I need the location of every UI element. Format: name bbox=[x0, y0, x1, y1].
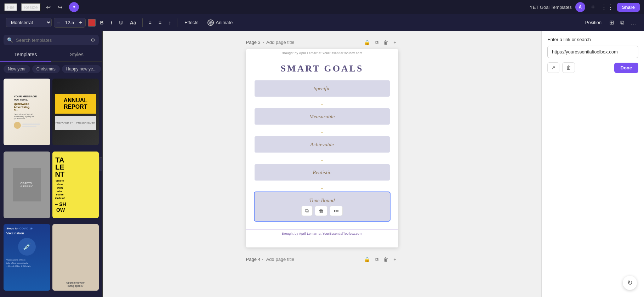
lock-page-button[interactable]: 🔒 bbox=[362, 39, 372, 46]
arrow-2: ↓ bbox=[320, 126, 324, 136]
tabs-row: Templates Styles bbox=[0, 48, 102, 62]
more-options-button[interactable]: … bbox=[628, 18, 638, 27]
watermark-top: Brought by April Lemarr at YourEssential… bbox=[246, 49, 398, 56]
slide-canvas: Brought by April Lemarr at YourEssential… bbox=[246, 49, 398, 247]
copy-element-button[interactable]: ⧉ bbox=[301, 206, 313, 216]
duplicate-page-button-bottom[interactable]: ⧉ bbox=[373, 255, 380, 263]
delete-page-button[interactable]: 🗑 bbox=[382, 39, 390, 46]
delete-link-button[interactable]: 🗑 bbox=[562, 62, 575, 73]
goal-box-specific[interactable]: Specific bbox=[255, 80, 390, 97]
template-card-interior[interactable]: Upgrading yourliving space? bbox=[52, 224, 99, 291]
animate-button[interactable]: ◎ Animate bbox=[204, 18, 236, 27]
italic-button[interactable]: I bbox=[108, 18, 115, 27]
smart-goals-title: SMART GOALS bbox=[280, 63, 363, 74]
app-logo: ✦ bbox=[69, 2, 79, 12]
add-collaborator-button[interactable]: + bbox=[589, 3, 597, 11]
refresh-button[interactable]: ↻ bbox=[623, 276, 637, 290]
share-button[interactable]: Share bbox=[617, 3, 640, 12]
arrow-4: ↓ bbox=[320, 182, 324, 192]
template-card-annual[interactable]: ANNUALREPORT PREPARED BYPRESENTED BY bbox=[52, 79, 99, 145]
filter-icon-button[interactable]: ⚙ bbox=[91, 37, 95, 43]
line-spacing-button[interactable]: ↕ bbox=[166, 18, 173, 27]
templates-grid: YOUR MESSAGEMATTERS. QuarkwoodAdvertisin… bbox=[0, 76, 102, 297]
search-input[interactable] bbox=[16, 38, 88, 43]
arrow-1: ↓ bbox=[320, 98, 324, 108]
delete-icon: 🗑 bbox=[566, 65, 571, 70]
add-page-button-bottom[interactable]: + bbox=[392, 256, 398, 263]
page-label: Page 3 - bbox=[246, 40, 326, 45]
goal-box-timebound[interactable]: Time Bound ⧉ 🗑 ••• bbox=[255, 192, 390, 221]
font-size-group: – 12.5 + bbox=[54, 18, 86, 28]
category-tag-0[interactable]: New year bbox=[4, 65, 30, 73]
canvas-area: Page 3 - 🔒 ⧉ 🗑 + Brought by April Lemarr… bbox=[103, 31, 541, 297]
tab-templates[interactable]: Templates bbox=[0, 48, 51, 62]
effects-button[interactable]: Effects bbox=[181, 18, 202, 27]
search-icon: 🔍 bbox=[7, 37, 13, 43]
text-color-swatch[interactable] bbox=[88, 19, 96, 27]
layers-icon-button[interactable]: ⧉ bbox=[618, 18, 626, 27]
animate-icon: ◎ bbox=[207, 19, 214, 26]
page-title-input[interactable] bbox=[266, 40, 326, 45]
template-card-covid[interactable]: Steps for COVID-19 Vaccination 💉 Vaccina… bbox=[4, 224, 50, 291]
goal-box-measurable[interactable]: Measurable bbox=[255, 108, 390, 125]
goal-box-achievable[interactable]: Achievable bbox=[255, 136, 390, 153]
delete-element-button[interactable]: 🗑 bbox=[315, 206, 327, 216]
template-card-talent[interactable]: TALENT time toshowthemwhatyou'remade of … bbox=[52, 152, 99, 218]
category-tag-1[interactable]: Christmas bbox=[32, 65, 60, 73]
search-bar: 🔍 ⚙ bbox=[4, 35, 99, 45]
arrow-3: ↓ bbox=[320, 154, 324, 164]
page-controls: 🔒 ⧉ 🗑 + bbox=[362, 38, 398, 46]
case-button[interactable]: Aa bbox=[127, 18, 139, 27]
category-tags: New year Christmas Happy new ye... bbox=[0, 62, 102, 76]
page-title-top: YET Goal Templates bbox=[530, 5, 572, 10]
category-tag-2[interactable]: Happy new ye... bbox=[62, 65, 101, 73]
font-size-increase-button[interactable]: + bbox=[76, 18, 85, 27]
resize-button[interactable]: Resize bbox=[21, 3, 41, 11]
tab-styles[interactable]: Styles bbox=[51, 48, 103, 62]
top-bar-right: YET Goal Templates A + ⋮⋮ Share bbox=[530, 2, 640, 12]
bold-button[interactable]: B bbox=[98, 18, 106, 27]
page-label-bottom: Page 4 - bbox=[246, 257, 263, 262]
delete-page-button-bottom[interactable]: 🗑 bbox=[382, 256, 390, 263]
lock-page-button-bottom[interactable]: 🔒 bbox=[362, 256, 372, 263]
grid-icon-button[interactable]: ⊞ bbox=[607, 18, 616, 27]
goal-box-realistic[interactable]: Realistic bbox=[255, 164, 390, 181]
font-size-decrease-button[interactable]: – bbox=[54, 18, 63, 27]
template-card-crafts[interactable]: CRAFTS& FABRIC bbox=[4, 152, 50, 218]
goal-label-measurable: Measurable bbox=[309, 114, 335, 119]
page-controls-bottom: 🔒 ⧉ 🗑 + bbox=[362, 255, 398, 263]
separator-2 bbox=[177, 18, 177, 27]
goal-label-timebound: Time Bound bbox=[309, 198, 335, 203]
page-title-input-bottom[interactable] bbox=[266, 257, 360, 262]
external-link-icon: ↗ bbox=[551, 65, 555, 70]
main-area: 🔍 ⚙ Templates Styles New year Christmas … bbox=[0, 31, 644, 297]
page-number: Page 3 bbox=[246, 40, 261, 45]
done-button[interactable]: Done bbox=[614, 63, 639, 73]
add-page-button[interactable]: + bbox=[392, 39, 398, 46]
selection-toolbar: ⧉ 🗑 ••• bbox=[259, 206, 386, 216]
avatar-button[interactable]: A bbox=[575, 2, 585, 12]
undo-button[interactable]: ↩ bbox=[44, 3, 52, 11]
top-bar-left: File Resize ↩ ↪ ✦ bbox=[4, 2, 79, 12]
format-bar: Montserrat – 12.5 + B I U Aa ≡ ≡ ↕ Effec… bbox=[0, 14, 644, 31]
file-menu-button[interactable]: File bbox=[4, 3, 17, 11]
link-actions: ↗ 🗑 Done bbox=[547, 62, 638, 73]
duplicate-page-button[interactable]: ⧉ bbox=[373, 38, 380, 46]
smart-goals-content: SMART GOALS Specific ↓ Measurable ↓ Achi… bbox=[246, 56, 398, 229]
align-left-button[interactable]: ≡ bbox=[146, 18, 154, 27]
link-panel-title: Enter a link or search bbox=[547, 37, 638, 42]
underline-button[interactable]: U bbox=[117, 18, 125, 27]
goal-label-specific: Specific bbox=[314, 86, 330, 91]
align-center-button[interactable]: ≡ bbox=[156, 18, 164, 27]
goal-label-achievable: Achievable bbox=[310, 142, 334, 147]
template-card-quarkwood[interactable]: YOUR MESSAGEMATTERS. QuarkwoodAdvertisin… bbox=[4, 79, 50, 145]
open-link-button[interactable]: ↗ bbox=[547, 62, 559, 73]
more-element-options-button[interactable]: ••• bbox=[330, 206, 343, 216]
page-label-row: Page 3 - 🔒 ⧉ 🗑 + bbox=[246, 38, 398, 46]
link-input[interactable] bbox=[547, 46, 638, 58]
font-family-select[interactable]: Montserrat bbox=[6, 18, 52, 27]
hide-sidebar-button[interactable]: ‹ bbox=[99, 157, 103, 171]
format-bar-right: Position ⊞ ⧉ … bbox=[582, 18, 638, 27]
position-button[interactable]: Position bbox=[582, 18, 605, 27]
redo-button[interactable]: ↪ bbox=[56, 3, 64, 11]
